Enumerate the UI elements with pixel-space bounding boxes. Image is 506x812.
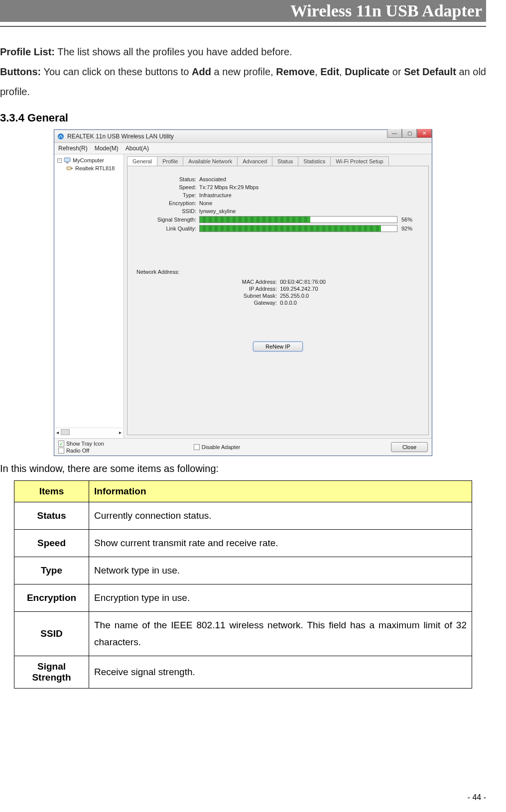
menu-mode[interactable]: Mode(M) bbox=[95, 145, 119, 152]
row-link: Link Quality: 92% bbox=[134, 225, 421, 232]
signal-pct: 56% bbox=[401, 217, 421, 223]
computer-icon bbox=[64, 157, 71, 164]
link-pct: 92% bbox=[401, 226, 421, 232]
minimize-button[interactable]: — bbox=[387, 129, 402, 138]
tab-status[interactable]: Status bbox=[272, 156, 298, 166]
tree-child[interactable]: Realtek RTL818 bbox=[55, 164, 123, 172]
scroll-right-icon[interactable]: ▸ bbox=[119, 430, 122, 435]
scroll-thumb[interactable] bbox=[61, 429, 70, 435]
disable-adapter-label: Disable Adapter bbox=[202, 444, 241, 450]
tree-root[interactable]: − MyComputer bbox=[55, 156, 123, 164]
td-item: Speed bbox=[14, 530, 89, 557]
signal-bar bbox=[199, 216, 397, 223]
doc-header: Wireless 11n USB Adapter bbox=[0, 0, 486, 22]
svg-rect-3 bbox=[67, 167, 71, 170]
tab-profile[interactable]: Profile bbox=[157, 156, 183, 166]
th-items: Items bbox=[14, 481, 89, 502]
tab-advanced[interactable]: Advanced bbox=[237, 156, 272, 166]
td-item: Type bbox=[14, 557, 89, 584]
svg-rect-2 bbox=[66, 162, 68, 163]
label-subnet: Subnet Mask: bbox=[230, 293, 280, 299]
tree-child-label: Realtek RTL818 bbox=[75, 165, 115, 171]
buttons-label: Buttons: bbox=[0, 66, 41, 77]
value-subnet: 255.255.0.0 bbox=[280, 293, 309, 299]
menu-bar: Refresh(R) Mode(M) About(A) bbox=[54, 143, 432, 154]
label-signal: Signal Strength: bbox=[134, 217, 199, 223]
label-ip: IP Address: bbox=[230, 286, 280, 292]
maximize-button[interactable]: ▢ bbox=[402, 129, 417, 138]
tree-collapse-icon[interactable]: − bbox=[57, 158, 62, 163]
profile-list-label: Profile List: bbox=[0, 46, 55, 57]
close-button[interactable]: Close bbox=[391, 442, 428, 452]
row-encryption: Encryption: None bbox=[134, 200, 421, 206]
row-status: Status: Associated bbox=[134, 176, 421, 182]
radio-off-label: Radio Off bbox=[66, 448, 89, 454]
page-number: - 44 - bbox=[468, 793, 486, 802]
intro-text: Profile List: The list shows all the pro… bbox=[0, 42, 486, 102]
td-item: Encryption bbox=[14, 584, 89, 612]
scroll-left-icon[interactable]: ◂ bbox=[56, 430, 59, 435]
info-rows: Status: Associated Speed: Tx:72 Mbps Rx:… bbox=[134, 174, 421, 234]
buttons-c1: , bbox=[315, 66, 320, 77]
checkbox-unchecked-icon-2 bbox=[194, 444, 200, 450]
td-info: The name of the IEEE 802.11 wireless net… bbox=[89, 612, 472, 656]
value-speed: Tx:72 Mbps Rx:29 Mbps bbox=[199, 184, 258, 190]
td-item: SSID bbox=[14, 612, 89, 656]
tab-statistics[interactable]: Statistics bbox=[298, 156, 331, 166]
table-row: Signal Strength Receive signal strength. bbox=[14, 656, 472, 689]
value-ssid: lynwey_skyline bbox=[199, 208, 236, 214]
row-mac: MAC Address: 00:E0:4C:81:76:00 bbox=[230, 279, 326, 285]
label-gateway: Gateway: bbox=[230, 300, 280, 306]
row-ssid: SSID: lynwey_skyline bbox=[134, 208, 421, 214]
table-row: Encryption Encryption type in use. bbox=[14, 584, 472, 612]
menu-about[interactable]: About(A) bbox=[126, 145, 149, 152]
buttons-duplicate: Duplicate bbox=[345, 66, 389, 77]
app-body: − MyComputer Realtek RTL818 ◂ bbox=[54, 154, 432, 438]
svg-point-0 bbox=[58, 133, 64, 139]
window-titlebar[interactable]: REALTEK 11n USB Wireless LAN Utility — ▢… bbox=[54, 130, 432, 143]
buttons-t1: You can click on these buttons to bbox=[41, 66, 192, 77]
info-table: Items Information Status Currently conne… bbox=[14, 480, 472, 689]
close-window-button[interactable]: ✕ bbox=[417, 129, 432, 138]
tab-general[interactable]: General bbox=[127, 156, 157, 166]
row-speed: Speed: Tx:72 Mbps Rx:29 Mbps bbox=[134, 184, 421, 190]
tab-available-network[interactable]: Available Network bbox=[183, 156, 238, 166]
menu-refresh[interactable]: Refresh(R) bbox=[58, 145, 88, 152]
label-mac: MAC Address: bbox=[230, 279, 280, 285]
doc-header-title: Wireless 11n USB Adapter bbox=[290, 1, 482, 20]
td-item: Signal Strength bbox=[14, 656, 89, 689]
left-options: ✓ Show Tray Icon Radio Off bbox=[58, 441, 104, 454]
td-info: Show current transmit rate and receive r… bbox=[89, 530, 472, 557]
table-row: Status Currently connection status. bbox=[14, 502, 472, 530]
window-controls: — ▢ ✕ bbox=[387, 129, 432, 138]
buttons-edit: Edit bbox=[320, 66, 339, 77]
renew-ip-button[interactable]: ReNew IP bbox=[253, 342, 303, 351]
radio-off-checkbox[interactable]: Radio Off bbox=[58, 448, 104, 454]
show-tray-checkbox[interactable]: ✓ Show Tray Icon bbox=[58, 441, 104, 447]
row-subnet: Subnet Mask: 255.255.0.0 bbox=[230, 293, 326, 299]
checkbox-checked-icon: ✓ bbox=[58, 441, 64, 447]
label-encryption: Encryption: bbox=[134, 200, 199, 206]
tab-wps[interactable]: Wi-Fi Protect Setup bbox=[330, 156, 388, 166]
value-encryption: None bbox=[199, 200, 212, 206]
bottom-options: ✓ Show Tray Icon Radio Off Disable Adapt… bbox=[54, 438, 432, 456]
td-info: Receive signal strength. bbox=[89, 656, 472, 689]
profile-list-text: The list shows all the profiles you have… bbox=[55, 46, 292, 57]
main-panel: General Profile Available Network Advanc… bbox=[124, 154, 432, 438]
td-item: Status bbox=[14, 502, 89, 530]
network-address-heading: Network Address: bbox=[136, 269, 421, 275]
tree-root-label: MyComputer bbox=[73, 157, 104, 163]
tree-scrollbar[interactable]: ◂ ▸ bbox=[55, 428, 123, 436]
after-screenshot-text: In this window, there are some items as … bbox=[0, 463, 486, 474]
network-address-box: MAC Address: 00:E0:4C:81:76:00 IP Addres… bbox=[134, 276, 421, 351]
row-type: Type: Infrastructure bbox=[134, 192, 421, 198]
buttons-setdefault: Set Default bbox=[404, 66, 456, 77]
label-ssid: SSID: bbox=[134, 208, 199, 214]
screenshot-window: REALTEK 11n USB Wireless LAN Utility — ▢… bbox=[54, 129, 432, 456]
value-type: Infrastructure bbox=[199, 192, 232, 198]
app-icon bbox=[57, 133, 64, 140]
row-gateway: Gateway: 0.0.0.0 bbox=[230, 300, 326, 306]
disable-adapter-checkbox[interactable]: Disable Adapter bbox=[194, 444, 241, 450]
section-heading: 3.3.4 General bbox=[0, 112, 486, 124]
table-row: Speed Show current transmit rate and rec… bbox=[14, 530, 472, 557]
